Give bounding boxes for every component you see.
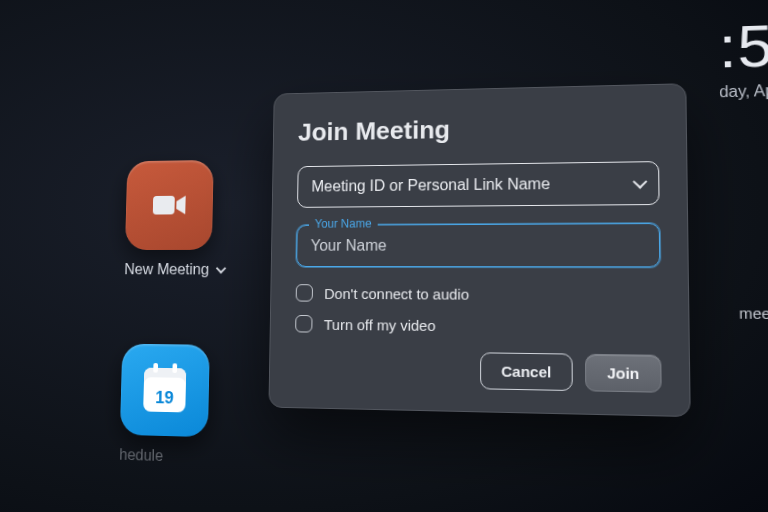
cancel-button[interactable]: Cancel [480,352,573,391]
new-meeting-label: New Meeting [124,261,209,278]
schedule-button[interactable]: 19 [120,344,210,438]
checkbox-icon[interactable] [295,315,312,333]
join-button[interactable]: Join [585,354,662,393]
dont-connect-audio-row[interactable]: Don't connect to audio [296,284,661,304]
clock-widget: :57 day, April 01 [718,10,768,101]
checkbox-icon[interactable] [296,284,313,301]
dont-connect-audio-label: Don't connect to audio [324,285,469,302]
meeting-id-placeholder: Meeting ID or Personal Link Name [311,175,550,195]
turn-off-video-label: Turn off my video [324,316,436,334]
clock-date: day, April 01 [719,81,768,101]
meetings-today-text: meetings to [739,304,768,322]
chevron-down-icon [633,175,648,189]
cancel-button-label: Cancel [501,363,551,381]
join-button-label: Join [607,364,639,382]
clock-time: :57 [718,10,768,81]
turn-off-video-row[interactable]: Turn off my video [295,315,661,336]
calendar-icon: 19 [143,368,186,413]
new-meeting-label-row[interactable]: New Meeting [124,261,261,278]
svg-rect-0 [153,196,175,215]
join-meeting-dialog: Join Meeting Meeting ID or Personal Link… [268,83,690,417]
schedule-label-row: hedule [119,446,258,468]
schedule-label: hedule [119,446,163,465]
your-name-placeholder: Your Name [311,237,387,254]
your-name-field[interactable]: Your Name Your Name [296,223,660,267]
calendar-day-number: 19 [155,388,174,408]
meeting-id-field[interactable]: Meeting ID or Personal Link Name [297,161,660,208]
chevron-down-icon [216,263,226,274]
video-camera-icon [147,183,191,228]
dialog-title: Join Meeting [298,111,659,148]
your-name-float-label: Your Name [309,217,377,231]
new-meeting-button[interactable] [125,160,214,250]
